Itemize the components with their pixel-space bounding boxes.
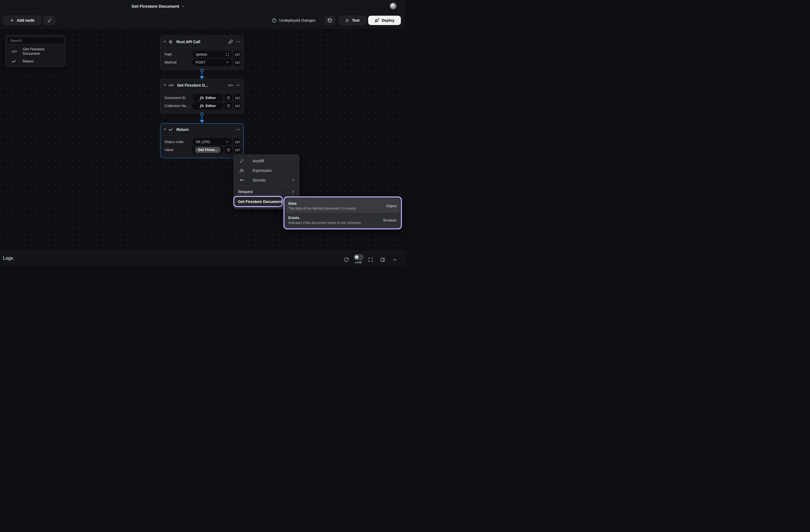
search-input[interactable] [7, 37, 64, 44]
path-input[interactable]: /getdoc [193, 51, 232, 58]
field-label-collection-name: Collection Na... [164, 104, 189, 108]
output-description: Indicates if the document exists in the … [288, 221, 361, 225]
menu-item-label: Autofill [253, 159, 264, 163]
chevron-up-icon[interactable] [392, 257, 397, 262]
variable-button[interactable]: (x) [233, 94, 241, 101]
search-result-return[interactable]: Return [7, 58, 64, 65]
search-result-label: Get Firestore Document [23, 47, 59, 56]
node-get-firestore-document[interactable]: </> Get Firestore D... </> Document ID ƒ… [160, 79, 244, 113]
method-select[interactable]: POST [193, 59, 232, 66]
side-panel-icon[interactable] [380, 257, 385, 262]
output-type-badge: Object [386, 204, 396, 208]
live-label: LIVE [354, 261, 363, 264]
menu-item-get-firestore-document[interactable]: Get Firestore Document [233, 196, 283, 207]
refresh-icon[interactable] [344, 257, 349, 262]
collapse-chevron-icon[interactable] [164, 41, 166, 42]
menu-item-secrets[interactable]: Secrets [233, 175, 299, 185]
status-code-value: OK (200) [196, 140, 210, 144]
history-button[interactable] [324, 16, 335, 25]
bottom-bar: Logs LIVE [0, 251, 405, 266]
play-icon [345, 18, 350, 22]
node-header[interactable]: </> Get Firestore D... </> [160, 79, 243, 91]
toggle-knob [355, 255, 358, 259]
connector-line [202, 72, 202, 77]
node-rest-api-call[interactable]: Rest API Call Path /getdoc (x) Method [160, 35, 244, 69]
fullscreen-icon[interactable] [368, 257, 373, 262]
undeployed-changes-label: Undeployed changes [279, 18, 315, 22]
chevron-right-icon [291, 178, 295, 182]
field-label-path: Path [164, 52, 172, 57]
node-title: Rest API Call [176, 39, 200, 44]
menu-item-label: Request [238, 190, 253, 194]
fx-icon: ƒx [200, 96, 204, 100]
variable-button[interactable]: (x) [233, 51, 241, 58]
avatar[interactable] [390, 3, 396, 9]
page-title: Get Firestore Document [131, 4, 179, 9]
field-label-status-code: Status code [164, 140, 183, 144]
output-type-badge: Boolean [383, 218, 396, 222]
return-icon [12, 59, 17, 64]
node-search-panel: </> Get Firestore Document Return [5, 35, 65, 67]
add-node-button[interactable]: Add node [3, 16, 41, 25]
expand-icon[interactable] [226, 52, 229, 56]
delete-button[interactable] [225, 102, 232, 110]
node-return[interactable]: Return Status code OK (200) (x) Value [160, 123, 244, 158]
variable-button[interactable]: (x) [233, 138, 241, 145]
node-header[interactable]: Return [160, 124, 243, 135]
search-result-get-firestore-document[interactable]: </> Get Firestore Document [7, 45, 64, 58]
menu-item-autofill[interactable]: Autofill [233, 156, 299, 166]
value-chip[interactable]: Get Firest... [195, 147, 221, 153]
more-options-icon[interactable] [236, 83, 240, 87]
link-icon[interactable] [228, 39, 233, 44]
chevron-down-icon [226, 61, 229, 64]
trash-icon [227, 148, 230, 151]
wand-sparkles-icon [239, 159, 245, 163]
output-title: Exists [288, 216, 361, 220]
deploy-button[interactable]: Deploy [368, 16, 401, 25]
collection-name-editor-button[interactable]: ƒx Editor [192, 102, 223, 110]
variable-button[interactable]: (x) [233, 59, 241, 66]
code-icon[interactable]: </> [228, 83, 233, 87]
rocket-icon [374, 18, 379, 23]
node-outputs-submenu: Data The data of the fetched document, i… [284, 196, 402, 229]
workflow-canvas[interactable]: </> Get Firestore Document Return Rest A… [0, 28, 405, 251]
node-header[interactable]: Rest API Call [160, 36, 243, 48]
output-title: Data [288, 201, 356, 206]
output-port[interactable] [200, 69, 204, 72]
magic-wand-button[interactable] [44, 16, 55, 25]
output-port[interactable] [200, 113, 204, 116]
status-code-select[interactable]: OK (200) [193, 138, 232, 145]
toolbar: Add node Undeployed changes Test Deploy [0, 13, 405, 28]
editor-label: Editor [206, 96, 216, 100]
test-button[interactable]: Test [339, 16, 366, 25]
delete-button[interactable] [225, 94, 232, 101]
path-value: /getdoc [196, 52, 208, 57]
live-toggle[interactable] [354, 255, 363, 260]
node-title: Return [176, 127, 189, 132]
submenu-item-exists[interactable]: Exists Indicates if the document exists … [286, 213, 400, 227]
fx-icon: ƒx [239, 168, 245, 173]
add-node-label: Add node [17, 18, 35, 22]
collapse-chevron-icon[interactable] [164, 129, 166, 130]
value-field[interactable]: Get Firest... [192, 146, 223, 154]
document-id-editor-button[interactable]: ƒx Editor [192, 94, 223, 101]
logs-label[interactable]: Logs [3, 256, 13, 261]
connector-line [202, 116, 202, 120]
submenu-item-data[interactable]: Data The data of the fetched document, i… [286, 198, 400, 213]
more-options-icon[interactable] [236, 127, 240, 131]
code-icon: </> [168, 83, 174, 87]
flow-title-dropdown[interactable]: Get Firestore Document [131, 0, 185, 12]
undeployed-changes-status: Undeployed changes [272, 16, 315, 25]
more-options-icon[interactable] [236, 39, 240, 44]
variable-button[interactable]: (x) [233, 146, 241, 154]
menu-item-expression[interactable]: ƒx Expression [233, 166, 299, 175]
menu-item-label: Expression [253, 168, 272, 173]
collapse-chevron-icon[interactable] [164, 84, 166, 86]
chevron-right-icon [291, 190, 295, 194]
field-label-method: Method [164, 60, 176, 64]
zap-icon [168, 39, 173, 44]
test-label: Test [352, 18, 360, 22]
delete-button[interactable] [225, 146, 232, 154]
menu-item-request[interactable]: Request [233, 187, 299, 196]
variable-button[interactable]: (x) [233, 102, 241, 110]
